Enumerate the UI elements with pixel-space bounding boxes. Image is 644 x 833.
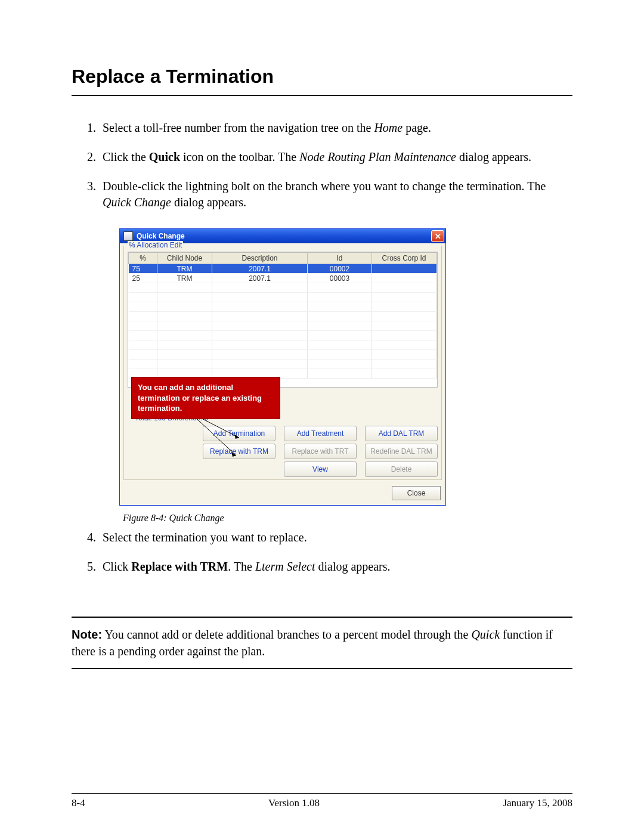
footer-date: January 15, 2008: [503, 797, 572, 809]
col-description[interactable]: Description: [212, 253, 308, 264]
table-row[interactable]: [129, 360, 438, 369]
page-footer: 8-4 Version 1.08 January 15, 2008: [72, 793, 572, 809]
step-item: Select a toll-free number from the navig…: [99, 120, 572, 136]
title-rule: [72, 95, 572, 96]
page-title: Replace a Termination: [72, 66, 572, 88]
table-row[interactable]: [129, 302, 438, 312]
step-text: icon on the toolbar. The: [180, 150, 299, 163]
table-row[interactable]: [129, 350, 438, 360]
footer-version: Version 1.08: [268, 797, 320, 809]
cell-id: 00003: [308, 274, 372, 283]
step-text: dialog appears.: [315, 560, 390, 573]
table-row[interactable]: [129, 321, 438, 331]
step-italic: Lterm Select: [255, 560, 315, 573]
view-button[interactable]: View: [284, 462, 357, 477]
group-label: % Allocation Edit: [128, 241, 183, 249]
dialog-body: % Allocation Edit % Child Node Descripti…: [120, 246, 445, 505]
cell-percent: 75: [129, 264, 157, 274]
cell-scroll: [436, 264, 438, 274]
step-item: Click the Quick icon on the toolbar. The…: [99, 149, 572, 165]
cell-child: TRM: [157, 264, 212, 274]
step-bold: Replace with TRM: [131, 560, 228, 573]
table-row[interactable]: [129, 293, 438, 302]
cell-id: 00002: [308, 264, 372, 274]
step-list: Select the termination you want to repla…: [72, 529, 572, 575]
col-percent[interactable]: %: [129, 253, 157, 264]
add-treatment-button[interactable]: Add Treatment: [284, 426, 357, 441]
note-italic: Quick: [471, 628, 500, 641]
delete-button[interactable]: Delete: [365, 462, 438, 477]
callout-box: You can add an additional termination or…: [131, 377, 280, 419]
step-item: Click Replace with TRM. The Lterm Select…: [99, 559, 572, 575]
dialog-screenshot: Quick Change ✕ % Allocation Edit: [119, 228, 572, 524]
replace-with-trt-button[interactable]: Replace with TRT: [284, 444, 357, 459]
replace-with-trm-button[interactable]: Replace with TRM: [203, 444, 275, 459]
footer-page: 8-4: [72, 797, 85, 809]
col-cross-corp[interactable]: Cross Corp Id: [372, 253, 436, 264]
table-row[interactable]: [129, 312, 438, 321]
button-row: Add Termination Add Treatment Add DAL TR…: [128, 426, 438, 441]
allocation-group: % Allocation Edit % Child Node Descripti…: [123, 246, 442, 480]
cell-cross: [372, 274, 436, 283]
col-id[interactable]: Id: [308, 253, 372, 264]
cell-scroll: [436, 274, 438, 283]
step-text: Select the termination you want to repla…: [103, 531, 307, 544]
grid-header: % Child Node Description Id Cross Corp I…: [129, 253, 438, 264]
titlebar-left: Quick Change: [123, 231, 185, 241]
quick-change-dialog: Quick Change ✕ % Allocation Edit: [119, 228, 446, 506]
step-text: Double-click the lightning bolt on the b…: [103, 179, 546, 193]
step-text: . The: [228, 560, 255, 573]
note-text: You cannot add or delete additional bran…: [104, 628, 471, 641]
step-item: Double-click the lightning bolt on the b…: [99, 178, 572, 210]
step-italic: Home: [374, 121, 402, 134]
note-block: Note: You cannot add or delete additiona…: [72, 617, 572, 669]
step-text: Select a toll-free number from the navig…: [103, 121, 374, 134]
cell-child: TRM: [157, 274, 212, 283]
step-text: Click: [103, 560, 131, 573]
step-item: Select the termination you want to repla…: [99, 529, 572, 546]
button-row: Replace with TRM Replace with TRT Redefi…: [128, 444, 438, 459]
document-page: Replace a Termination Select a toll-free…: [0, 0, 644, 833]
table-row[interactable]: [129, 340, 438, 350]
button-row: View Delete: [128, 462, 438, 477]
step-italic: Node Routing Plan Maintenance: [299, 150, 456, 163]
dialog-title: Quick Change: [137, 232, 185, 240]
close-icon[interactable]: ✕: [431, 230, 444, 242]
step-text: page.: [402, 121, 431, 134]
step-text: Click the: [103, 150, 149, 163]
close-row: Close: [120, 484, 445, 505]
redefine-dal-trm-button[interactable]: Redefine DAL TRM: [365, 444, 438, 459]
scroll-header: [436, 253, 438, 264]
table-row[interactable]: 25 TRM 2007.1 00003: [129, 274, 438, 283]
table-row[interactable]: 75 TRM 2007.1 00002: [129, 264, 438, 274]
close-button[interactable]: Close: [392, 486, 441, 500]
step-text: dialog appears.: [171, 196, 246, 209]
step-list: Select a toll-free number from the navig…: [72, 120, 572, 210]
step-italic: Quick Change: [103, 196, 171, 209]
figure-caption: Figure 8-4: Quick Change: [123, 513, 572, 524]
note-label: Note:: [72, 628, 102, 641]
table-row[interactable]: [129, 331, 438, 340]
cell-desc: 2007.1: [212, 274, 308, 283]
cell-desc: 2007.1: [212, 264, 308, 274]
cell-percent: 25: [129, 274, 157, 283]
cell-cross: [372, 264, 436, 274]
step-bold: Quick: [149, 150, 180, 163]
table-row[interactable]: [129, 283, 438, 293]
app-icon: [123, 231, 133, 241]
add-dal-trm-button[interactable]: Add DAL TRM: [365, 426, 438, 441]
add-termination-button[interactable]: Add Termination: [203, 426, 275, 441]
col-child-node[interactable]: Child Node: [157, 253, 212, 264]
allocation-grid[interactable]: % Child Node Description Id Cross Corp I…: [128, 252, 438, 388]
step-text: dialog appears.: [456, 150, 531, 163]
